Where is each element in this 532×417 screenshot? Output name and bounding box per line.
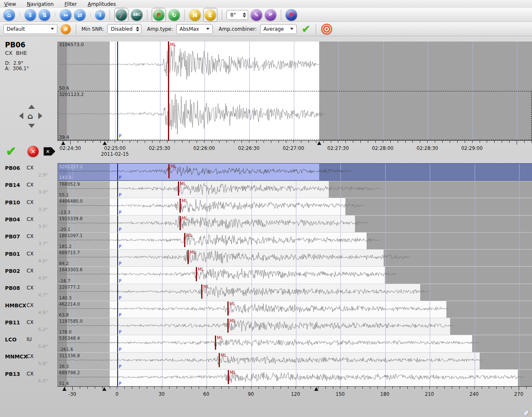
station-label-PB10[interactable]: PB10CX3.3°	[0, 198, 57, 215]
fit-vertical-icon[interactable]: ⇅	[39, 9, 50, 21]
ml-pick-line[interactable]	[187, 250, 189, 264]
menu-navigation[interactable]: Navigation	[27, 1, 54, 7]
trace-row-LCO[interactable]: PML535348.4-261.6	[58, 335, 532, 352]
axis-tick-label: 02:25:30	[149, 145, 170, 151]
trace-row-PB06[interactable]: PML3201227.2143.5	[58, 163, 532, 181]
trace-row-PB10[interactable]: PML4406480.0-13.3	[58, 198, 532, 215]
ml-pick-line[interactable]	[168, 164, 170, 178]
trace-row-PB07[interactable]: PML1801097.1181.2	[58, 232, 532, 249]
expand-vertical-icon[interactable]: ⇕	[25, 9, 36, 21]
reject-button[interactable]: ✕	[27, 146, 39, 157]
station-label-PB13[interactable]: PB13CX6.5°	[0, 369, 57, 386]
phase-abc-icon[interactable]: ABC	[131, 9, 143, 21]
confirm-button[interactable]: ✔	[6, 145, 16, 157]
axis-tick-label: 02:26:30	[238, 145, 260, 151]
ml-pick-line[interactable]	[228, 370, 229, 384]
trace-row-PB13[interactable]: PML689798.251.4	[58, 369, 532, 386]
pick-pv-icon[interactable]: P	[286, 9, 297, 21]
pick-ip-icon[interactable]: IP	[265, 9, 276, 21]
marker-triangle-icon	[314, 387, 318, 391]
station-label-PB14[interactable]: PB14CX3.0°	[0, 180, 57, 197]
station-label-LCO[interactable]: LCOIU5.6°	[0, 335, 57, 352]
amp-combiner-combobox[interactable]: Average	[260, 24, 297, 34]
ml-pick-line[interactable]	[180, 199, 181, 213]
station-label-PB08[interactable]: PB08CX4.7°	[0, 283, 57, 300]
trace-row-PB04[interactable]: PML1915339.8-20.1	[58, 215, 532, 232]
spin-arrows-icon[interactable]	[136, 27, 139, 32]
p-pick-line[interactable]	[117, 198, 118, 215]
profile-combobox[interactable]: Default	[3, 24, 57, 34]
amp-type-combobox[interactable]: AbsMax	[176, 24, 213, 34]
pick-p-icon[interactable]: P	[153, 9, 165, 21]
zoom-trace-panel[interactable]: MLP3106573.050.63201123.239.4	[57, 42, 532, 140]
station-label-PB06[interactable]: PB06CX2.9°	[0, 163, 57, 180]
p-pick-line[interactable]	[117, 164, 118, 180]
tick	[340, 387, 340, 389]
recompute-amplitudes-icon[interactable]: ↻	[168, 9, 180, 21]
ml-pick-line[interactable]	[178, 182, 179, 196]
trace-row-PB02[interactable]: PML1643303.6-16.7	[58, 266, 532, 283]
ml-pick-line[interactable]	[180, 216, 181, 230]
tick	[286, 141, 286, 143]
min-snr-spinbox[interactable]: Disabled	[107, 24, 141, 34]
nav-left-button[interactable]	[19, 113, 23, 119]
p-pick-line[interactable]	[117, 370, 118, 386]
trace-row-PB08[interactable]: PML220777.2140.3	[58, 284, 532, 301]
station-label-PB02[interactable]: PB02CX4.0°	[0, 266, 57, 283]
hash-button[interactable]: #	[61, 24, 71, 34]
reject-exit-button[interactable]: ✕	[44, 146, 55, 157]
station-label-PB01[interactable]: PB01CX4.0°	[0, 249, 57, 266]
p-pick-line[interactable]	[117, 267, 118, 283]
edit-pick-icon[interactable]: ✎	[251, 9, 262, 21]
p-pick-line[interactable]	[117, 301, 118, 318]
nav-home-button[interactable]: ⌂	[27, 112, 33, 120]
fit-horizontal-icon[interactable]: ⇄	[74, 9, 86, 21]
nav-down-button[interactable]	[28, 124, 35, 128]
component-e-icon[interactable]: E	[204, 9, 216, 21]
ml-pick-line[interactable]	[196, 267, 197, 281]
ml-pick-line[interactable]	[184, 233, 185, 247]
p-pick-line[interactable]	[117, 216, 118, 232]
trace-row-HMBCX[interactable]: PML462214.063.8	[58, 301, 532, 318]
ml-pick-line[interactable]	[219, 353, 220, 367]
rotation-angle-spinbox[interactable]: 8°	[227, 10, 248, 20]
amplitude-scale-icon[interactable]: ↕	[95, 10, 105, 20]
apply-check-button[interactable]: ✔	[302, 24, 310, 34]
p-pick-line[interactable]	[117, 318, 118, 335]
menu-bar: ViewNavigationFilterAmplitudes	[0, 0, 532, 8]
nav-up-button[interactable]	[28, 105, 35, 109]
spin-arrows-icon[interactable]	[243, 12, 246, 17]
station-distance: 4.7°	[38, 292, 48, 298]
station-label-PB07[interactable]: PB07CX3.7°	[0, 232, 57, 249]
p-pick-line[interactable]	[117, 250, 118, 266]
p-pick-line[interactable]	[117, 233, 118, 249]
p-pick-line[interactable]	[117, 284, 118, 301]
p-pick-line[interactable]	[117, 353, 118, 369]
tick	[420, 141, 420, 143]
trace-row-PB14[interactable]: PML768052.955.1	[58, 181, 532, 198]
row-max-value: 768052.9	[59, 182, 80, 186]
target-button[interactable]	[321, 24, 332, 34]
station-label-HMBCX[interactable]: HMBCXCX4.9°	[0, 301, 57, 318]
station-label-PB04[interactable]: PB04CX3.5°	[0, 215, 57, 232]
nav-right-button[interactable]	[38, 113, 42, 119]
menu-filter[interactable]: Filter	[64, 1, 77, 7]
trace-row-PB01[interactable]: PML689715.784.2	[58, 249, 532, 266]
station-label-MNMCX[interactable]: MNMCXCX5.8°	[0, 352, 57, 369]
station-distance: 3.3°	[38, 207, 48, 212]
trace-row-MNMCX[interactable]: PML311336.826.3	[58, 352, 532, 369]
ml-pick-line[interactable]	[215, 336, 216, 350]
ml-pick-line[interactable]	[227, 319, 229, 333]
p-pick-line[interactable]	[117, 335, 118, 352]
trace-row-PB11[interactable]: PML1197585.0178.0	[58, 318, 532, 335]
menu-amplitudes[interactable]: Amplitudes	[88, 1, 116, 7]
station-label-PB11[interactable]: PB11CX5.2°	[0, 318, 57, 335]
ml-pick-line[interactable]	[227, 302, 229, 316]
ml-pick-line[interactable]	[201, 285, 202, 299]
p-pick-line[interactable]	[117, 181, 118, 198]
expand-horizontal-icon[interactable]: ⇔	[60, 9, 71, 21]
ruler-pick-icon[interactable]: ╱	[116, 9, 127, 21]
home-icon[interactable]: ⌂	[3, 9, 15, 21]
menu-view[interactable]: View	[4, 1, 16, 7]
component-n-icon[interactable]: N	[189, 9, 201, 21]
